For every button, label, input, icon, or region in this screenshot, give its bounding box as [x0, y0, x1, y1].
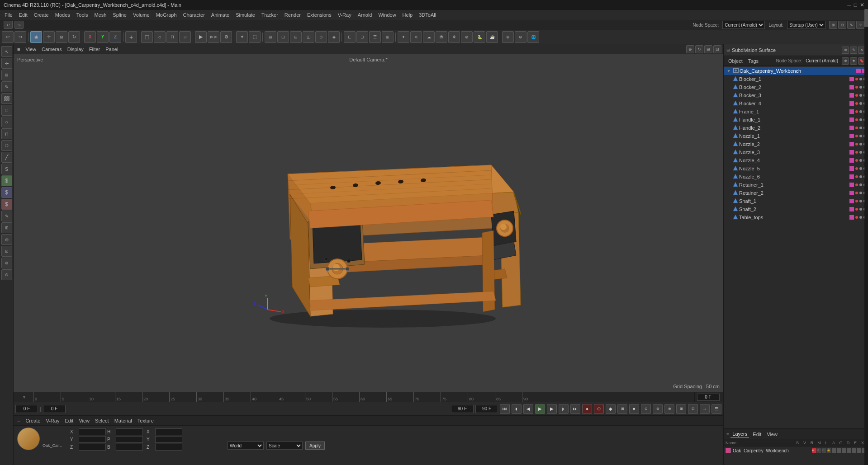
fps-btn[interactable]: ⊞	[617, 404, 627, 414]
extra-btn4[interactable]: ☰	[711, 404, 721, 414]
menu-create[interactable]: Create	[31, 11, 52, 19]
redo-button[interactable]: ↪	[14, 31, 26, 43]
left-tool-rotate[interactable]: ↻	[1, 81, 12, 92]
obj-nozzle_4[interactable]: Nozzle_4	[724, 156, 868, 164]
layout-select[interactable]: Startup (User)	[787, 21, 825, 29]
record-btn[interactable]: ●	[582, 404, 592, 414]
menu-extensions[interactable]: Extensions	[304, 11, 334, 19]
obj-handle_1[interactable]: Handle_1	[724, 116, 868, 124]
left-tool-pointer[interactable]: ↖	[1, 46, 12, 57]
z-scale-input[interactable]: 0 cm	[155, 444, 182, 451]
menu-window[interactable]: Window	[375, 11, 398, 19]
tool-18[interactable]: ☕	[486, 31, 498, 43]
skip-to-end-btn[interactable]: ⏭	[570, 404, 580, 414]
tool-7[interactable]: ⊏	[344, 31, 356, 43]
layer-lock-icon[interactable]: 🔒	[827, 448, 831, 453]
layout-btn-1[interactable]: ⊞	[829, 21, 837, 29]
left-tool-checker[interactable]	[1, 93, 12, 104]
left-tool-dollar[interactable]: $	[1, 175, 12, 186]
layer-icon-2[interactable]	[837, 448, 841, 453]
menu-edit[interactable]: Edit	[16, 11, 30, 19]
vp-panel-menu[interactable]: Panel	[104, 46, 120, 52]
x-axis-btn[interactable]: X	[84, 31, 96, 43]
obj-handle_2[interactable]: Handle_2	[724, 124, 868, 132]
obj-shaft_1[interactable]: Shaft_1	[724, 197, 868, 205]
restore-button[interactable]: □	[854, 2, 857, 8]
tool-14[interactable]: ⛃	[436, 31, 447, 43]
left-tool-texture[interactable]: ⊞	[1, 222, 12, 233]
menu-volume[interactable]: Volume	[130, 11, 152, 19]
end-frame-input[interactable]	[43, 405, 66, 413]
extra-btn1[interactable]: ⊞	[676, 404, 686, 414]
tab-object[interactable]: Object	[726, 57, 745, 65]
add-btn[interactable]: +	[125, 31, 137, 43]
tab-layers-edit[interactable]: Edit	[751, 431, 763, 438]
left-tool-poly[interactable]: ⬡	[1, 140, 12, 151]
layer-icon-5[interactable]	[852, 448, 856, 453]
viewport[interactable]: Perspective Default Camera:* Grid Spacin…	[14, 54, 723, 392]
obj-retainer_1[interactable]: Retainer_1	[724, 181, 868, 189]
obj-nozzle_2[interactable]: Nozzle_2	[724, 140, 868, 148]
layer-icon-3[interactable]	[842, 448, 846, 453]
tool-11[interactable]: ✦	[398, 31, 409, 43]
skip-to-start-btn[interactable]: ⏮	[500, 404, 510, 414]
tool-17[interactable]: 🐍	[474, 31, 485, 43]
vp-btn-1[interactable]: ⊕	[686, 45, 694, 53]
layer-icon-1[interactable]	[832, 448, 836, 453]
tool-16[interactable]: ⊛	[461, 31, 473, 43]
next-btn[interactable]: ▶	[547, 404, 557, 414]
menu-modes[interactable]: Modes	[52, 11, 73, 19]
menu-character[interactable]: Character	[180, 11, 208, 19]
scale-tool-btn[interactable]: ⊠	[56, 31, 67, 43]
icon-btn-2[interactable]: ↪	[14, 21, 24, 29]
right-scrollbar[interactable]	[864, 0, 868, 465]
vp-filter-menu[interactable]: Filter	[87, 46, 102, 52]
model-mode-btn[interactable]: ◉	[30, 31, 42, 43]
left-tool-mesh[interactable]: ⊡	[1, 246, 12, 257]
tab-layers-view[interactable]: View	[765, 431, 779, 438]
vp-btn-4[interactable]: ⊡	[713, 45, 721, 53]
extra-btn2[interactable]: ⊡	[688, 404, 698, 414]
play-btn[interactable]: ▶	[535, 404, 545, 414]
bottom-view-menu[interactable]: View	[77, 418, 91, 424]
close-button[interactable]: ✕	[860, 2, 864, 8]
y-scale-input[interactable]: 0 cm	[155, 436, 182, 443]
circle-btn[interactable]: ⊙	[641, 404, 651, 414]
menu-spline[interactable]: Spline	[110, 11, 129, 19]
vp-btn-3[interactable]: ⊞	[704, 45, 712, 53]
obj-retainer_2[interactable]: Retainer_2	[724, 189, 868, 197]
vp-btn-2[interactable]: ↻	[695, 45, 703, 53]
menu-arnold[interactable]: Arnold	[355, 11, 375, 19]
render-active-btn[interactable]: ▶	[195, 31, 207, 43]
left-tool-misc1[interactable]: ⊗	[1, 258, 12, 268]
layer-icon-4[interactable]	[847, 448, 851, 453]
live-select-btn[interactable]: ✦	[236, 31, 248, 43]
preview-btn[interactable]: ⊛	[653, 404, 663, 414]
layout-btn-4[interactable]: ☆	[856, 21, 864, 29]
left-tool-paint[interactable]: ✎	[1, 211, 12, 221]
obj-shaft_2[interactable]: Shaft_2	[724, 205, 868, 213]
bottom-create-menu[interactable]: Create	[24, 418, 42, 424]
render-settings-btn[interactable]: ⚙	[220, 31, 232, 43]
menu-animate[interactable]: Animate	[209, 11, 232, 19]
x-position-input[interactable]: 0 cm	[79, 428, 106, 435]
square-btn[interactable]: ■	[629, 404, 639, 414]
obj-nozzle_6[interactable]: Nozzle_6	[724, 173, 868, 181]
timeline-ruler[interactable]: 0 5 10 15 20 25 30 35 40 45 50 55 60 65 …	[33, 392, 694, 402]
tool-1[interactable]: ⊞	[265, 31, 276, 43]
layer-vis-icon[interactable]: □	[817, 448, 821, 453]
left-tool-cube[interactable]: □	[1, 105, 12, 116]
menu-file[interactable]: File	[2, 11, 15, 19]
menu-mograph[interactable]: MoGraph	[153, 11, 180, 19]
layer-solo-icon[interactable]: ●	[812, 448, 816, 453]
tool-20[interactable]: ⊗	[515, 31, 526, 43]
x-scale-input[interactable]: 0 cm	[155, 428, 182, 435]
y-position-input[interactable]: 0 cm	[79, 436, 106, 443]
bottom-texture-menu[interactable]: Texture	[136, 418, 156, 424]
obj-nozzle_3[interactable]: Nozzle_3	[724, 148, 868, 156]
left-tool-dollar3[interactable]: $	[1, 199, 12, 210]
obj-nozzle_1[interactable]: Nozzle_1	[724, 132, 868, 140]
b-rotation-input[interactable]: 0°	[116, 444, 143, 451]
panel-btn-2[interactable]: ★	[850, 57, 857, 65]
vp-display-menu[interactable]: Display	[66, 46, 85, 52]
